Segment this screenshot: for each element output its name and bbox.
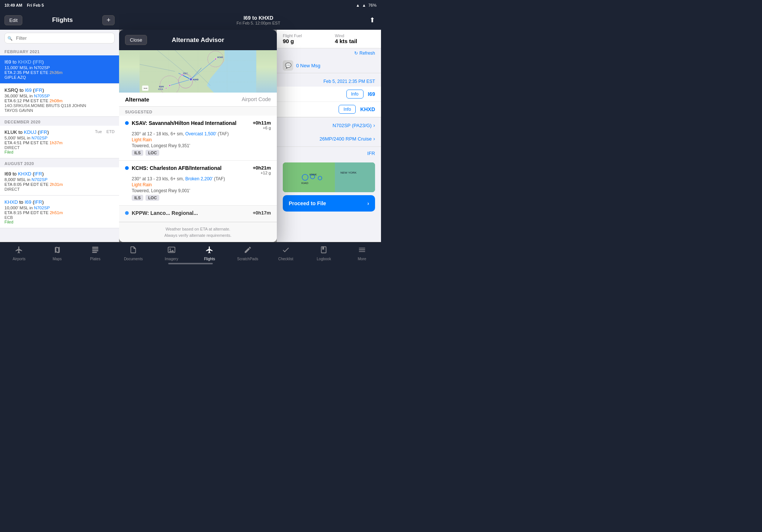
dep-code: I69 [368,91,375,97]
nav-maps[interactable]: Maps [38,246,76,262]
tag-ils: ILS [132,150,143,156]
proceed-chevron: › [367,200,369,206]
flight-waypoints: DIRECT [4,145,115,150]
flight-item-khxd-i69-aug[interactable]: KHXD to I69 (IFR) 10,000' MSL in N702SP … [0,196,119,228]
flight-detail-alt: 5,000' MSL in N702SP [4,136,115,140]
mini-map[interactable]: KIAD NEW YORK KNHK [283,162,375,192]
refresh-button[interactable]: ↻ Refresh [354,51,375,56]
arr-info-button[interactable]: Info [339,105,356,114]
refresh-row: ↻ Refresh [277,48,381,58]
alt-item-kppw[interactable]: KPPW: Lanco... Regional... +0h17m [119,206,277,222]
nav-checklist[interactable]: Checklist [267,246,305,262]
airports-icon [15,246,23,256]
svg-text:KHXD: KHXD [193,78,199,81]
ifr-text: IFR [367,151,375,156]
fuel-wind-row: Flight Fuel 90 g Wind 4 kts tail [277,30,381,48]
fuel-value: 90 g [283,38,323,44]
flight-detail-eta: ETA 2:35 PM EST ETE 2h36m [4,70,115,75]
svg-point-45 [169,248,171,250]
refresh-icon: ↻ [354,51,358,56]
svg-text:KSAV: KSAV [159,86,164,88]
nav-imagery[interactable]: Imagery [153,246,190,262]
flight-item-i69-khxd-active[interactable]: I69 to KHXD (IFR) 11,000' MSL in N702SP … [0,55,119,84]
flight-item-kluk-kduj[interactable]: Tue ETD KLUK to KDUJ (IFR) 5,000' MSL in… [0,126,119,158]
nav-documents[interactable]: Documents [114,246,152,262]
alt-rwy-ksav: Towered, Longest Rwy 9,351' [132,143,271,148]
svg-rect-43 [92,252,97,253]
nav-flights[interactable]: Flights [190,246,228,262]
svg-point-27 [169,85,171,87]
svg-rect-40 [92,247,99,248]
alt-name-kppw: KPPW: Lanco... Regional... [125,210,198,216]
flight-item-i69-khxd-aug[interactable]: I69 to KHXD (IFR) 8,000' MSL in N702SP E… [0,167,119,196]
suggested-header: SUGGESTED [119,107,277,116]
svg-text:KCHS: KCHS [217,56,223,58]
sidebar-header: Edit Flights + [0,10,119,30]
flight-route: Tue ETD KLUK to KDUJ (IFR) [4,129,115,135]
alt-rain-kchs: Light Rain [132,182,271,187]
arr-code: KHXD [360,106,375,112]
map-background: KHXD KSAV KSVN KCHS KNEC [119,50,277,93]
filed-badge-2: Filed [4,220,115,224]
blue-dot [125,121,129,125]
flight-list: FEBRUARY 2021 I69 to KHXD (IFR) 11,000' … [0,46,119,243]
aircraft-row[interactable]: N702SP (PA23/G) › [277,117,381,133]
alt-weather-kchs: 230° at 13 - 23 kts, 6+ sm, Broken 2,200… [132,176,271,181]
flight-route: KSRQ to I69 (IFR) [4,87,115,93]
nav-more[interactable]: More [343,246,381,262]
alt-item-ksav[interactable]: KSAV: Savannah/Hilton Head International… [119,116,277,161]
section-header-feb2021: FEBRUARY 2021 [0,46,119,55]
search-input[interactable] [4,33,115,43]
arr-info-row: Info KHXD [277,102,381,117]
cruise-row[interactable]: 26MP/2400 RPM Cruise › [277,133,381,146]
flight-item-ksrq-i69[interactable]: KSRQ to I69 (IFR) 36,000' MSL in N705SP … [0,84,119,117]
nav-plates[interactable]: Plates [76,246,114,262]
edit-button[interactable]: Edit [4,15,22,25]
flight-detail-eta: ETA 8:05 PM EDT ETE 2h31m [4,182,115,187]
add-flight-button[interactable]: + [102,15,115,25]
flight-waypoints: GIPLE AZQ [4,75,115,80]
svg-rect-42 [92,250,99,251]
nav-scratchpads[interactable]: ScratchPads [228,246,266,262]
table-col-alternate: Alternate [125,96,149,103]
footer-line1: Weather based on ETA at alternate. [125,226,271,232]
modal-overlay: Close Alternate Advisor [119,30,277,242]
svg-text:NEW YORK: NEW YORK [340,171,357,174]
share-button[interactable]: ⬆ [369,16,375,24]
mini-map-placeholder: KIAD NEW YORK KNHK [283,162,375,192]
dep-info-button[interactable]: Info [346,90,364,99]
modal-title: Alternate Advisor [172,36,224,44]
alt-time-ksav: +0h11m [253,120,271,126]
wifi-icon: ▲ [356,3,360,7]
alt-item-kchs[interactable]: KCHS: Charleston AFB/International +0h21… [119,161,277,206]
modal-header: Close Alternate Advisor [119,30,277,50]
flight-detail-alt: 11,000' MSL in N702SP [4,65,115,70]
flight-detail-alt: 36,000' MSL in N705SP [4,94,115,98]
tag-loc: LOC [145,150,159,156]
date-text: Feb 5, 2021 2:35 PM EST [323,79,375,84]
proceed-to-file-button[interactable]: Proceed to File › [283,195,375,212]
ifr-row: IFR [277,147,381,159]
svg-point-25 [189,78,192,81]
alt-rain-ksav: Light Rain [132,137,271,142]
nav-airports[interactable]: Airports [0,246,38,262]
flight-detail-eta: ETA 8:15 PM EDT ETE 2h51m [4,210,115,215]
svg-text:KNHK: KNHK [310,173,317,176]
nav-logbook[interactable]: Logbook [305,246,343,262]
msg-row[interactable]: 💬 0 New Msg [277,58,381,73]
alt-weather-ksav: 230° at 12 - 18 kts, 6+ sm, Overcast 1,5… [132,131,271,136]
bottom-nav: Airports Maps Plates Documents [0,242,381,266]
flights-nav-icon [205,246,214,256]
svg-text:KIAD: KIAD [301,181,308,185]
sidebar: Edit Flights + FEBRUARY 2021 I69 to KHXD… [0,10,119,242]
documents-label: Documents [124,257,143,261]
alt-tags-ksav: ILS LOC [132,150,271,156]
close-modal-button[interactable]: Close [125,35,147,45]
airports-label: Airports [13,257,25,261]
status-bar: 10:49 AM Fri Feb 5 ▲ ▲ 76% [0,0,381,10]
checklist-label: Checklist [278,257,294,261]
aircraft-link: N702SP (PA23/G) [333,123,372,128]
maps-label: Maps [52,257,61,261]
flight-waypoints-2: TAYOS GAVNN [4,108,115,113]
wind-value: 4 kts tail [335,38,375,44]
